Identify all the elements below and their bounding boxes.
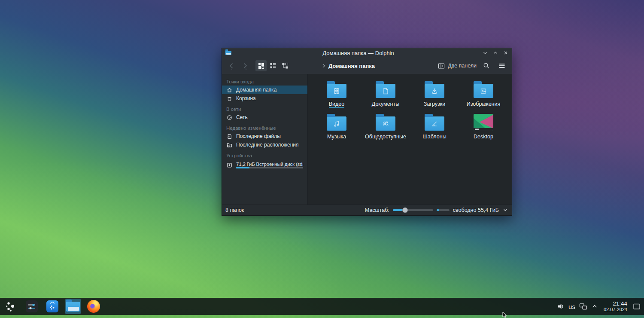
download-icon bbox=[430, 87, 439, 95]
sidebar-item-home[interactable]: Домашняя папка bbox=[222, 86, 307, 94]
keyboard-layout-indicator[interactable]: us bbox=[568, 303, 575, 310]
folder-item-documents[interactable]: Документы bbox=[361, 80, 410, 112]
sidebar-item-disk[interactable]: 71,2 ГиБ Встроенный диск (sda1) bbox=[222, 159, 307, 171]
discover-button[interactable] bbox=[45, 299, 60, 314]
system-tray: us 21:44 02.07.2024 bbox=[557, 301, 641, 312]
discover-icon bbox=[46, 300, 58, 312]
bag-arrow-icon bbox=[46, 300, 58, 312]
search-icon bbox=[483, 62, 490, 70]
taskbar: us 21:44 02.07.2024 bbox=[0, 298, 644, 315]
folder-view[interactable]: Видео Документы Загрузки bbox=[308, 74, 512, 205]
folder-item-images[interactable]: Изображения bbox=[459, 80, 508, 112]
chevron-right-icon bbox=[321, 63, 327, 69]
downloads-folder-icon bbox=[425, 84, 444, 98]
show-desktop-button[interactable] bbox=[633, 303, 641, 310]
sidebar-item-label: Корзина bbox=[236, 95, 256, 101]
system-settings-icon bbox=[26, 300, 38, 312]
tray-expander-button[interactable] bbox=[591, 303, 598, 310]
details-view-button[interactable] bbox=[267, 60, 279, 71]
close-icon bbox=[503, 50, 508, 55]
sidebar-item-trash[interactable]: Корзина bbox=[222, 94, 307, 103]
screens-icon bbox=[579, 303, 587, 310]
free-space-fill bbox=[437, 209, 439, 211]
menu-button[interactable] bbox=[496, 60, 507, 71]
clock-widget[interactable]: 21:44 02.07.2024 bbox=[604, 301, 627, 312]
chevron-up-icon bbox=[591, 303, 598, 310]
people-icon bbox=[381, 119, 390, 128]
tree-view-button[interactable] bbox=[279, 60, 291, 71]
zoom-slider[interactable] bbox=[393, 209, 433, 211]
music-note-icon bbox=[332, 119, 341, 128]
disk-usage-fill bbox=[236, 167, 249, 168]
icons-view-button[interactable] bbox=[255, 60, 267, 71]
search-button[interactable] bbox=[481, 60, 492, 71]
split-view-icon bbox=[438, 63, 445, 69]
statusbar: 8 папок Масштаб: свободно 55,4 ГиБ bbox=[222, 205, 512, 215]
details-view-icon bbox=[269, 62, 277, 70]
section-title-devices: Устройства bbox=[226, 153, 303, 158]
chevron-up-icon bbox=[493, 50, 498, 55]
folder-item-video[interactable]: Видео bbox=[312, 80, 361, 112]
zoom-slider-thumb[interactable] bbox=[402, 208, 408, 213]
video-folder-icon bbox=[327, 84, 346, 98]
sidebar-item-label: 71,2 ГиБ Встроенный диск (sda1) bbox=[236, 162, 303, 167]
chevron-down-icon[interactable] bbox=[502, 207, 508, 213]
firefox-button[interactable] bbox=[86, 299, 101, 314]
close-button[interactable] bbox=[503, 50, 508, 55]
dolphin-window: Домашняя папка — Dolphin bbox=[222, 48, 512, 216]
forward-button[interactable] bbox=[239, 60, 250, 71]
breadcrumb-label[interactable]: Домашняя папка bbox=[328, 63, 375, 69]
dolphin-task-button[interactable] bbox=[65, 299, 81, 314]
app-launcher-button[interactable] bbox=[3, 299, 19, 314]
sidebar-item-recent-files[interactable]: Последние файлы bbox=[222, 132, 307, 141]
folder-label: Видео bbox=[329, 101, 345, 108]
volume-button[interactable] bbox=[557, 303, 565, 310]
disk-usage-bar bbox=[236, 167, 303, 168]
split-view-button[interactable]: Две панели bbox=[438, 63, 477, 69]
folder-label: Музыка bbox=[327, 134, 346, 140]
back-button[interactable] bbox=[226, 60, 237, 71]
trash-icon bbox=[226, 95, 233, 102]
toolbar: Домашняя папка Две панели bbox=[222, 58, 512, 74]
film-icon bbox=[332, 87, 341, 95]
clock-date: 02.07.2024 bbox=[604, 307, 627, 312]
mouse-cursor bbox=[502, 312, 507, 318]
folders-count: 8 папок bbox=[225, 207, 244, 213]
folder-label: Общедоступные bbox=[365, 134, 406, 140]
document-icon bbox=[381, 87, 390, 95]
hard-drive-icon bbox=[226, 162, 233, 168]
angle-icon bbox=[430, 119, 439, 128]
app-launcher-icon bbox=[6, 301, 17, 312]
section-title-network: В сети bbox=[226, 107, 303, 112]
section-title-places: Точки входа bbox=[226, 79, 303, 84]
sidebar-item-label: Сеть bbox=[236, 114, 248, 120]
arrow-forward-icon bbox=[240, 61, 249, 70]
music-folder-icon bbox=[327, 116, 346, 131]
network-button[interactable] bbox=[579, 303, 587, 310]
folder-item-templates[interactable]: Шаблоны bbox=[410, 112, 459, 145]
sliders-icon bbox=[26, 300, 38, 312]
folder-label: Загрузки bbox=[424, 101, 445, 107]
breadcrumb[interactable]: Домашняя папка bbox=[321, 63, 375, 69]
folder-item-desktop[interactable]: Desktop bbox=[459, 112, 508, 145]
recent-locations-icon bbox=[226, 142, 233, 148]
free-space-bar bbox=[437, 209, 450, 211]
sidebar-item-network[interactable]: Сеть bbox=[222, 113, 307, 122]
system-settings-button[interactable] bbox=[24, 299, 39, 314]
desktop-folder-icon bbox=[474, 114, 493, 131]
free-space-label: свободно 55,4 ГиБ bbox=[453, 207, 499, 213]
show-desktop-icon bbox=[633, 303, 641, 310]
sidebar-item-recent-locations[interactable]: Последние расположения bbox=[222, 141, 307, 149]
folder-item-music[interactable]: Музыка bbox=[312, 112, 361, 145]
folder-item-downloads[interactable]: Загрузки bbox=[410, 80, 459, 112]
home-icon bbox=[226, 87, 233, 93]
sidebar-item-label: Последние расположения bbox=[236, 142, 299, 148]
minimize-button[interactable] bbox=[483, 50, 488, 55]
split-view-label: Две панели bbox=[448, 63, 477, 69]
chevron-down-icon bbox=[483, 50, 488, 55]
titlebar[interactable]: Домашняя папка — Dolphin bbox=[222, 48, 512, 58]
folder-label: Документы bbox=[372, 101, 399, 107]
dolphin-icon bbox=[66, 302, 80, 312]
maximize-button[interactable] bbox=[493, 50, 498, 55]
folder-item-public[interactable]: Общедоступные bbox=[361, 112, 410, 145]
